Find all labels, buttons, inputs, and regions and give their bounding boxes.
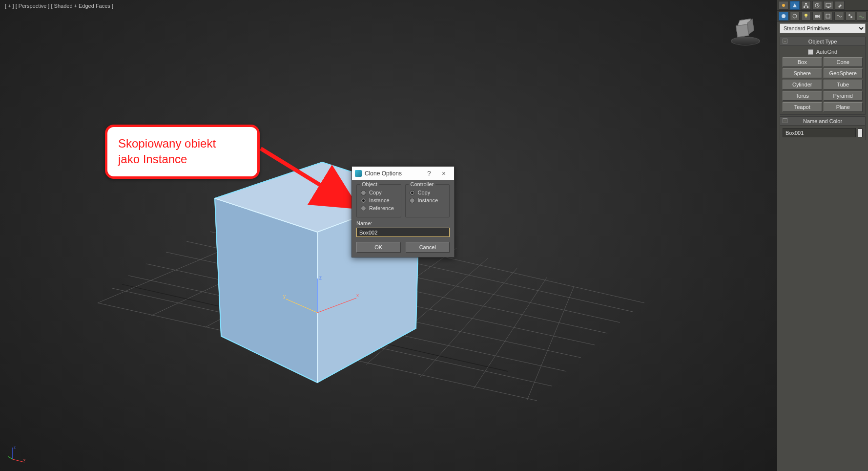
btn-tube[interactable]: Tube — [824, 80, 863, 89]
lights-icon[interactable] — [801, 12, 811, 21]
svg-rect-48 — [806, 17, 806, 18]
radio-label: Copy — [418, 190, 431, 195]
svg-rect-40 — [804, 6, 805, 8]
autogrid-label: AutoGrid — [816, 49, 837, 55]
hierarchy-icon[interactable] — [801, 1, 811, 10]
object-group: Object Copy Instance Reference — [356, 184, 401, 217]
command-panel[interactable]: Standard Primitives - Object Type AutoGr… — [777, 0, 868, 471]
svg-point-45 — [782, 14, 785, 18]
btn-cylinder[interactable]: Cylinder — [783, 80, 822, 89]
dialog-title: Clone Options — [365, 170, 422, 177]
world-axis-gizmo: z x — [8, 445, 27, 464]
rollout-title: Object Type — [780, 39, 865, 44]
svg-text:y: y — [283, 294, 286, 299]
extra-icon[interactable] — [857, 12, 867, 21]
svg-line-34 — [13, 459, 24, 462]
svg-rect-43 — [826, 3, 831, 7]
create-icon[interactable] — [790, 1, 800, 10]
svg-rect-50 — [826, 14, 830, 18]
radio-object-instance[interactable]: Instance — [361, 197, 397, 203]
radio-label: Instance — [369, 197, 390, 203]
panel-tab-row-1 — [777, 0, 868, 11]
controller-legend: Controller — [409, 181, 436, 187]
object-name-input[interactable] — [783, 128, 856, 137]
clone-options-dialog[interactable]: Clone Options ? × Object Copy Instance R… — [351, 166, 455, 257]
collapse-icon[interactable]: - — [783, 118, 787, 123]
viewcube[interactable] — [728, 15, 763, 49]
color-swatch[interactable] — [858, 128, 863, 137]
radio-label: Copy — [369, 190, 382, 195]
panel-tab-row-2 — [777, 11, 868, 21]
checkbox-icon[interactable] — [808, 49, 813, 55]
svg-line-36 — [8, 456, 13, 459]
btn-teapot[interactable]: Teapot — [783, 102, 822, 112]
svg-point-52 — [850, 16, 852, 18]
utilities-icon[interactable] — [835, 1, 845, 10]
btn-pyramid[interactable]: Pyramid — [824, 91, 863, 101]
rollout-header[interactable]: - Object Type — [780, 37, 865, 46]
svg-text:x: x — [356, 293, 359, 298]
name-input[interactable] — [356, 228, 450, 237]
app-icon — [355, 170, 362, 177]
svg-point-46 — [793, 14, 797, 18]
svg-text:z: z — [319, 275, 322, 280]
rollout-header[interactable]: - Name and Color — [780, 117, 865, 126]
svg-point-51 — [848, 14, 850, 16]
rollout-title: Name and Color — [780, 118, 865, 124]
svg-text:x: x — [23, 458, 25, 462]
svg-rect-44 — [827, 7, 829, 8]
btn-plane[interactable]: Plane — [824, 102, 863, 112]
primitive-buttons: Box Cone Sphere GeoSphere Cylinder Tube … — [783, 57, 863, 112]
radio-controller-instance[interactable]: Instance — [410, 197, 446, 203]
object-type-rollout: - Object Type AutoGrid Box Cone Sphere G… — [780, 37, 866, 115]
spacewarps-icon[interactable] — [834, 12, 844, 21]
svg-rect-41 — [807, 6, 808, 8]
svg-rect-39 — [805, 3, 807, 4]
collapse-icon[interactable]: - — [783, 39, 787, 43]
dialog-titlebar[interactable]: Clone Options ? × — [352, 167, 454, 180]
geometry-icon[interactable] — [779, 12, 788, 21]
sun-icon[interactable] — [779, 1, 788, 10]
radio-controller-copy[interactable]: Copy — [410, 190, 446, 195]
systems-icon[interactable] — [846, 12, 855, 21]
motion-icon[interactable] — [812, 1, 822, 10]
ok-button[interactable]: OK — [356, 242, 401, 253]
radio-label: Instance — [418, 197, 438, 203]
display-icon[interactable] — [824, 1, 833, 10]
svg-point-38 — [782, 4, 785, 7]
cancel-button[interactable]: Cancel — [406, 242, 450, 253]
close-icon[interactable]: × — [436, 170, 451, 177]
helpers-icon[interactable] — [824, 12, 833, 21]
annotation-callout: Skopiowany obiekt jako Instance — [105, 125, 260, 179]
radio-label: Reference — [369, 205, 394, 211]
svg-text:z: z — [14, 445, 16, 450]
name-label: Name: — [356, 220, 450, 226]
primitive-category-select[interactable]: Standard Primitives — [780, 23, 866, 33]
svg-rect-49 — [815, 15, 818, 18]
btn-box[interactable]: Box — [783, 57, 822, 67]
btn-torus[interactable]: Torus — [783, 91, 822, 101]
shapes-icon[interactable] — [790, 12, 800, 21]
viewport-label[interactable]: [ + ] [ Perspective ] [ Shaded + Edged F… — [5, 3, 113, 9]
btn-sphere[interactable]: Sphere — [783, 68, 822, 78]
annotation-line1: Skopiowany obiekt — [118, 136, 247, 151]
btn-cone[interactable]: Cone — [824, 57, 863, 67]
radio-object-reference[interactable]: Reference — [361, 205, 397, 211]
name-color-rollout: - Name and Color — [780, 116, 866, 140]
controller-group: Controller Copy Instance — [405, 184, 450, 217]
cameras-icon[interactable] — [812, 12, 822, 21]
radio-object-copy[interactable]: Copy — [361, 190, 397, 195]
help-button[interactable]: ? — [422, 170, 436, 177]
svg-point-47 — [805, 14, 807, 17]
object-legend: Object — [360, 181, 379, 187]
autogrid-checkbox[interactable]: AutoGrid — [783, 49, 863, 55]
annotation-line2: jako Instance — [118, 151, 247, 167]
btn-geosphere[interactable]: GeoSphere — [824, 68, 863, 78]
